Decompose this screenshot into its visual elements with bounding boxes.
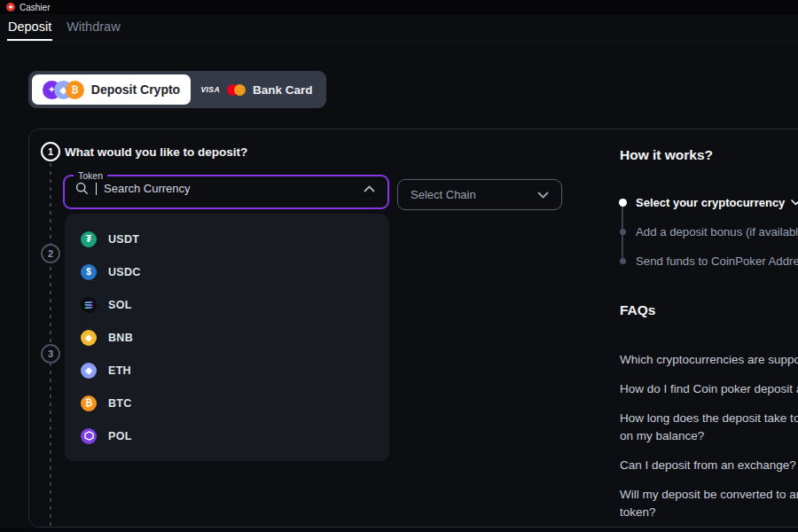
- visa-icon: VISA: [201, 85, 220, 94]
- token-symbol: BNB: [108, 332, 133, 344]
- token-option-btc[interactable]: ₿ BTC: [65, 387, 389, 419]
- faq-item[interactable]: How do I find Coin poker deposit address…: [620, 380, 798, 398]
- bnb-icon: ◈: [81, 330, 97, 346]
- token-option-usdc[interactable]: $ USDC: [65, 255, 389, 288]
- hiw-step-select-crypto[interactable]: Select your cryptocurrency: [620, 196, 798, 210]
- bank-card-button[interactable]: VISA Bank Card: [191, 74, 323, 105]
- chain-select[interactable]: Select Chain: [397, 179, 562, 210]
- deposit-crypto-button[interactable]: ✦ ◆ ₿ Deposit Crypto: [32, 74, 191, 105]
- chevron-down-icon: [537, 192, 549, 199]
- chevron-up-icon[interactable]: [364, 185, 375, 192]
- faq-item[interactable]: Can I deposit from an exchange?: [620, 457, 798, 474]
- step-3-indicator: 3: [41, 344, 60, 364]
- token-symbol: USDC: [108, 266, 141, 278]
- usdt-icon: ₮: [81, 231, 97, 247]
- token-option-sol[interactable]: SOL: [65, 288, 389, 321]
- token-field: Token: [63, 170, 389, 209]
- token-option-usdt[interactable]: ₮ USDT: [65, 223, 389, 255]
- deposit-crypto-label: Deposit Crypto: [91, 82, 180, 97]
- timeline-dot: [619, 199, 627, 207]
- eth-icon: ◆: [81, 363, 97, 379]
- token-field-label: Token: [74, 170, 107, 181]
- token-symbol: USDT: [108, 233, 139, 246]
- pol-icon: [81, 428, 97, 444]
- sol-icon: [81, 297, 97, 313]
- token-option-bnb[interactable]: ◈ BNB: [65, 321, 389, 354]
- window-titlebar: ✚ Cashier: [0, 0, 798, 14]
- faq-title: FAQs: [620, 302, 798, 318]
- how-it-works-timeline: Select your cryptocurrency Add a deposit…: [620, 196, 798, 284]
- faq-item[interactable]: Will my deposit be converted to anothert…: [620, 486, 798, 521]
- deposit-method-toggle: ✦ ◆ ₿ Deposit Crypto VISA Bank Card: [28, 71, 326, 108]
- timeline-dot: [620, 229, 626, 235]
- bank-card-label: Bank Card: [253, 83, 313, 97]
- chain-select-label: Select Chain: [411, 188, 476, 201]
- token-symbol: BTC: [108, 397, 132, 410]
- tab-withdraw[interactable]: Withdraw: [66, 16, 121, 41]
- window-bottom-edge: [0, 528, 798, 532]
- crypto-coins-icon: ✦ ◆ ₿: [43, 81, 84, 99]
- token-option-eth[interactable]: ◆ ETH: [65, 354, 389, 387]
- faq-list: Which cryptocurrencies are supported? Ho…: [620, 351, 798, 521]
- token-dropdown-list[interactable]: ₮ USDT $ USDC SOL: [65, 214, 389, 461]
- how-it-works-title: How it works?: [620, 147, 713, 163]
- btc-icon: ₿: [81, 395, 97, 411]
- faq-item[interactable]: Which cryptocurrencies are supported?: [620, 351, 798, 369]
- token-option-pol[interactable]: POL: [65, 419, 389, 452]
- usdc-icon: $: [81, 264, 97, 280]
- step-1-indicator: 1: [41, 142, 60, 161]
- step-2-indicator: 2: [41, 244, 60, 263]
- hiw-step-bonus: Add a deposit bonus (if available): [620, 225, 798, 239]
- faq-section: FAQs Which cryptocurrencies are supporte…: [620, 302, 798, 532]
- cashier-tabs: Deposit Withdraw: [0, 14, 798, 42]
- coinpoker-logo-icon: ✚: [6, 3, 15, 12]
- token-symbol: SOL: [108, 299, 132, 311]
- text-caret: [96, 183, 97, 195]
- mastercard-icon: [227, 84, 246, 96]
- timeline-dot: [620, 258, 626, 264]
- app-title: Cashier: [20, 3, 50, 12]
- chevron-down-icon: [791, 200, 798, 206]
- deposit-panel: 1 2 3 What would you like to deposit? To…: [28, 129, 798, 528]
- tab-deposit[interactable]: Deposit: [7, 16, 52, 41]
- faq-item[interactable]: How long does the deposit take to appear…: [620, 410, 798, 445]
- btc-coin-icon: ₿: [66, 81, 84, 99]
- token-symbol: ETH: [108, 364, 131, 377]
- token-search-input[interactable]: [104, 182, 356, 195]
- search-icon: [75, 182, 89, 195]
- token-symbol: POL: [108, 430, 132, 442]
- step-1-question: What would you like to deposit?: [65, 145, 247, 159]
- hiw-step-send-funds: Send funds to CoinPoker Address: [620, 254, 798, 269]
